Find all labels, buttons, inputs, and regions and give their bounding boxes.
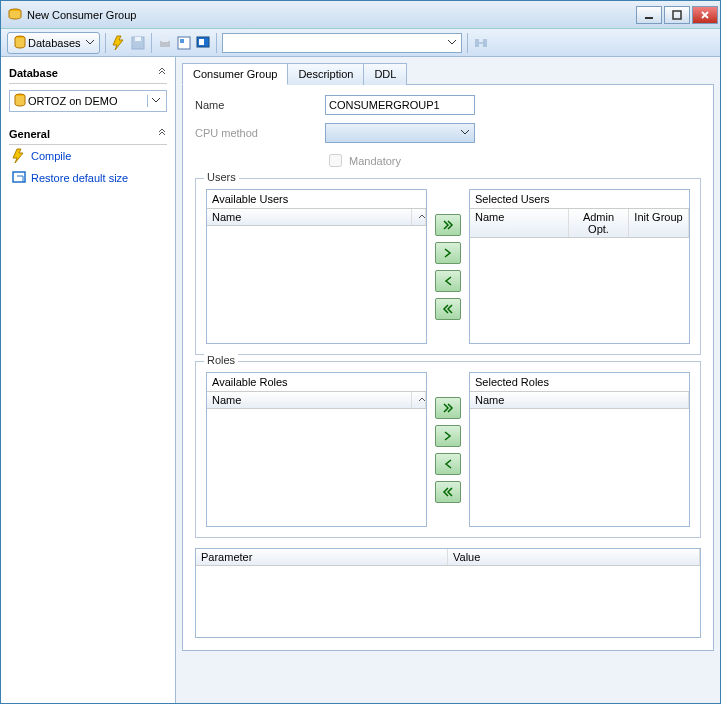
svg-rect-1	[645, 17, 653, 19]
parameters-table[interactable]: Parameter Value	[195, 548, 701, 638]
window: New Consumer Group Databases Database	[0, 0, 721, 704]
toolbar: Databases	[1, 29, 720, 57]
selected-users-title: Selected Users	[470, 190, 689, 209]
titlebar[interactable]: New Consumer Group	[1, 1, 720, 29]
users-move-buttons	[435, 189, 461, 344]
sort-icon[interactable]	[412, 209, 426, 225]
app-icon	[7, 7, 23, 23]
remove-all-button[interactable]	[435, 481, 461, 503]
col-name[interactable]: Name	[207, 209, 412, 225]
execute-icon[interactable]	[111, 35, 127, 51]
chevron-down-icon	[147, 95, 164, 107]
database-section-header[interactable]: Database	[9, 63, 167, 84]
name-input[interactable]	[325, 95, 475, 115]
databases-label: Databases	[28, 37, 81, 49]
svg-rect-9	[180, 39, 184, 43]
available-roles-list[interactable]: Available Roles Name	[206, 372, 427, 527]
selected-users-list[interactable]: Selected Users Name Admin Opt. Init Grou…	[469, 189, 690, 344]
restore-label: Restore default size	[31, 172, 128, 184]
svg-rect-12	[475, 39, 479, 47]
tab-content: Name CPU method Mandatory Users Ava	[182, 84, 714, 651]
compile-link[interactable]: Compile	[9, 145, 167, 167]
available-users-title: Available Users	[207, 190, 426, 209]
database-icon	[12, 93, 28, 109]
roles-legend: Roles	[204, 354, 238, 366]
print-icon[interactable]	[157, 35, 173, 51]
tab-bar: Consumer Group Description DDL	[182, 63, 714, 85]
compile-label: Compile	[31, 150, 71, 162]
col-name[interactable]: Name	[470, 392, 689, 408]
selected-roles-title: Selected Roles	[470, 373, 689, 392]
col-admin[interactable]: Admin Opt.	[569, 209, 629, 237]
col-parameter[interactable]: Parameter	[196, 549, 448, 565]
chevron-down-icon	[447, 37, 457, 49]
add-button[interactable]	[435, 242, 461, 264]
goto-icon[interactable]	[473, 35, 489, 51]
selected-roles-list[interactable]: Selected Roles Name	[469, 372, 690, 527]
cpu-method-label: CPU method	[195, 127, 325, 139]
add-button[interactable]	[435, 425, 461, 447]
roles-group: Roles Available Roles Name	[195, 361, 701, 538]
sidebar: Database ORTOZ on DEMO General Compile R…	[1, 57, 176, 703]
add-all-button[interactable]	[435, 214, 461, 236]
col-init[interactable]: Init Group	[629, 209, 689, 237]
mandatory-label: Mandatory	[349, 155, 401, 167]
database-caption: Database	[9, 67, 58, 79]
restore-icon	[11, 170, 27, 186]
col-name[interactable]: Name	[470, 209, 569, 237]
remove-button[interactable]	[435, 453, 461, 475]
tab-ddl[interactable]: DDL	[363, 63, 407, 85]
maximize-button[interactable]	[664, 6, 690, 24]
col-name[interactable]: Name	[207, 392, 412, 408]
chevron-down-icon	[85, 37, 95, 49]
toolbar-combo[interactable]	[222, 33, 462, 53]
svg-rect-7	[162, 38, 168, 42]
database-selected: ORTOZ on DEMO	[28, 95, 117, 107]
content-pane: Consumer Group Description DDL Name CPU …	[176, 57, 720, 703]
svg-rect-11	[199, 39, 204, 45]
restore-size-link[interactable]: Restore default size	[9, 167, 167, 189]
col-value[interactable]: Value	[448, 549, 700, 565]
svg-rect-2	[673, 11, 681, 19]
available-roles-title: Available Roles	[207, 373, 426, 392]
bolt-icon	[11, 148, 27, 164]
general-section-header[interactable]: General	[9, 124, 167, 145]
general-caption: General	[9, 128, 50, 140]
close-button[interactable]	[692, 6, 718, 24]
available-users-list[interactable]: Available Users Name	[206, 189, 427, 344]
collapse-icon	[157, 128, 167, 140]
name-label: Name	[195, 99, 325, 111]
remove-all-button[interactable]	[435, 298, 461, 320]
svg-rect-13	[483, 39, 487, 47]
window-title: New Consumer Group	[27, 9, 634, 21]
add-all-button[interactable]	[435, 397, 461, 419]
users-group: Users Available Users Name	[195, 178, 701, 355]
users-legend: Users	[204, 171, 239, 183]
refresh-icon[interactable]	[195, 35, 211, 51]
minimize-button[interactable]	[636, 6, 662, 24]
tab-consumer-group[interactable]: Consumer Group	[182, 63, 288, 85]
properties-icon[interactable]	[176, 35, 192, 51]
databases-dropdown[interactable]: Databases	[7, 32, 100, 54]
database-icon	[12, 35, 28, 51]
collapse-icon	[157, 67, 167, 79]
remove-button[interactable]	[435, 270, 461, 292]
roles-move-buttons	[435, 372, 461, 527]
tab-description[interactable]: Description	[287, 63, 364, 85]
sort-icon[interactable]	[412, 392, 426, 408]
save-icon[interactable]	[130, 35, 146, 51]
mandatory-checkbox	[329, 154, 342, 167]
database-selector[interactable]: ORTOZ on DEMO	[9, 90, 167, 112]
cpu-method-select[interactable]	[325, 123, 475, 143]
svg-rect-5	[135, 37, 141, 41]
chevron-down-icon	[460, 127, 470, 139]
